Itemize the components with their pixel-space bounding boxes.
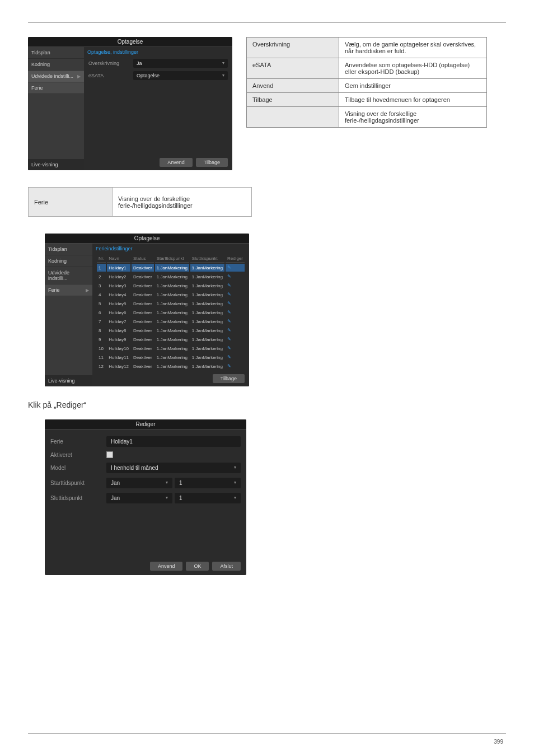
edit-icon[interactable]: ✎ — [227, 292, 233, 297]
chevron-down-icon: ▾ — [166, 495, 168, 501]
chevron-down-icon: ▾ — [166, 480, 168, 486]
table-row[interactable]: 8Holiday8Deaktiver1.JanMarkering1.JanMar… — [97, 326, 245, 334]
edit-icon[interactable]: ✎ — [227, 274, 233, 279]
table-row[interactable]: 2Holiday2Deaktiver1.JanMarkering1.JanMar… — [97, 273, 245, 281]
holiday-table: Nr. Navn Status Starttidspunkt Sluttidsp… — [96, 254, 246, 371]
select-start-day[interactable]: 1▾ — [175, 478, 241, 488]
chevron-right-icon: ▶ — [86, 288, 89, 293]
table-row[interactable]: 7Holiday7Deaktiver1.JanMarkering1.JanMar… — [97, 318, 245, 325]
table-row[interactable]: 5Holiday5Deaktiver1.JanMarkering1.JanMar… — [97, 300, 245, 307]
dialog-title: Rediger — [45, 419, 246, 430]
sidebar-item-udvidede[interactable]: Udvidede indstilli...▶ — [28, 71, 84, 82]
desc-value: Visning over de forskellige ferie-/helli… — [339, 107, 487, 128]
edit-icon[interactable]: ✎ — [227, 363, 233, 369]
edit-icon[interactable]: ✎ — [227, 337, 233, 342]
desc-value: Tilbage til hovedmenuen for optageren — [339, 93, 487, 107]
single-label: Ferie — [29, 188, 113, 217]
label-model: Model — [50, 465, 106, 471]
col-navn: Navn — [107, 255, 130, 263]
label-end: Sluttidspunkt — [50, 495, 106, 501]
live-visning-button[interactable]: Live-visning — [45, 375, 92, 386]
select-end-day[interactable]: 1▾ — [175, 493, 241, 503]
edit-icon[interactable]: ✎ — [227, 265, 233, 270]
select-start-month[interactable]: Jan▾ — [106, 478, 172, 488]
edit-icon[interactable]: ✎ — [227, 328, 233, 333]
chevron-down-icon: ▾ — [234, 495, 236, 501]
instruction-text: Klik på „Rediger“ — [28, 400, 506, 409]
tilbage-button[interactable]: Tilbage — [213, 374, 245, 383]
edit-icon[interactable]: ✎ — [227, 346, 233, 351]
select-end-month[interactable]: Jan▾ — [106, 493, 172, 503]
edit-icon[interactable]: ✎ — [227, 354, 233, 360]
label-esata: eSATA — [88, 73, 133, 78]
label-aktiveret: Aktiveret — [50, 452, 106, 458]
live-visning-button[interactable]: Live-visning — [28, 159, 84, 170]
description-table-1: OverskrivningVælg, om de gamle optagelse… — [246, 37, 487, 128]
anvend-button[interactable]: Anvend — [160, 158, 193, 167]
desc-value: Gem indstillinger — [339, 79, 487, 93]
input-ferie[interactable]: Holiday1 — [106, 436, 241, 447]
table-row[interactable]: 11Holiday11Deaktiver1.JanMarkering1.JanM… — [97, 353, 245, 361]
desc-value: Anvendelse som optagelses-HDD (optagelse… — [339, 58, 487, 79]
sidebar-item-tidsplan[interactable]: Tidsplan — [45, 244, 92, 255]
screenshot-optagelse-settings: Optagelse Tidsplan Kodning Udvidede inds… — [28, 37, 232, 170]
chevron-down-icon: ▾ — [234, 465, 236, 471]
main-pane: Ferieindstillinger Nr. Navn Status Start… — [92, 244, 249, 386]
label-overskrivning: Overskrivning — [88, 60, 133, 66]
main-pane: Optagelse, indstillinger Overskrivning J… — [84, 47, 232, 170]
tab-optagelse-indstillinger[interactable]: Optagelse, indstillinger — [84, 47, 142, 57]
window-title: Optagelse — [45, 234, 249, 244]
sidebar-item-kodning[interactable]: Kodning — [28, 59, 84, 71]
sidebar-item-tidsplan[interactable]: Tidsplan — [28, 47, 84, 59]
table-row[interactable]: 12Holiday12Deaktiver1.JanMarkering1.JanM… — [97, 362, 245, 370]
col-status: Status — [132, 255, 154, 263]
table-row[interactable]: 4Holiday4Deaktiver1.JanMarkering1.JanMar… — [97, 291, 245, 298]
tab-ferieindstillinger[interactable]: Ferieindstillinger — [92, 244, 136, 254]
edit-icon[interactable]: ✎ — [227, 319, 233, 324]
table-row[interactable]: 1Holiday1Deaktiver1.JanMarkering1.JanMar… — [97, 264, 245, 272]
page-number: 399 — [494, 739, 503, 745]
select-model[interactable]: I henhold til måned▾ — [106, 463, 241, 473]
anvend-button[interactable]: Anvend — [150, 562, 183, 571]
chevron-down-icon: ▾ — [222, 60, 224, 66]
desc-label: Tilbage — [247, 93, 339, 107]
table-row[interactable]: 10Holiday10Deaktiver1.JanMarkering1.JanM… — [97, 344, 245, 352]
rediger-dialog: Rediger FerieHoliday1 Aktiveret ModelI h… — [45, 419, 246, 575]
single-value: Visning over de forskellige ferie-/helli… — [113, 188, 252, 217]
desc-label: Overskrivning — [247, 38, 339, 58]
checkbox-aktiveret[interactable] — [106, 451, 113, 458]
edit-icon[interactable]: ✎ — [227, 301, 233, 306]
tilbage-button[interactable]: Tilbage — [196, 158, 228, 167]
label-start: Starttidspunkt — [50, 480, 106, 486]
ferie-single-table: FerieVisning over de forskellige ferie-/… — [28, 187, 252, 217]
col-slut: Sluttidspunkt — [190, 255, 224, 263]
sidebar: Tidsplan Kodning Udvidede indstilli...▶ … — [28, 47, 84, 170]
sidebar-item-ferie[interactable]: Ferie — [28, 82, 84, 94]
select-overskrivning[interactable]: Ja▾ — [133, 59, 228, 68]
chevron-down-icon: ▾ — [234, 480, 236, 486]
edit-icon[interactable]: ✎ — [227, 310, 233, 315]
label-ferie: Ferie — [50, 438, 106, 445]
desc-label: Anvend — [247, 79, 339, 93]
edit-icon[interactable]: ✎ — [227, 283, 233, 288]
screenshot-ferie-list: Optagelse Tidsplan Kodning Udvidede inds… — [45, 234, 249, 386]
afslut-button[interactable]: Afslut — [212, 562, 241, 571]
sidebar-item-kodning[interactable]: Kodning — [45, 255, 92, 267]
col-nr: Nr. — [97, 255, 106, 263]
chevron-right-icon: ▶ — [77, 74, 81, 79]
col-start: Starttidspunkt — [155, 255, 189, 263]
chevron-down-icon: ▾ — [222, 73, 224, 78]
sidebar-item-ferie[interactable]: Ferie▶ — [45, 284, 92, 296]
desc-label — [247, 107, 339, 128]
col-rediger: Rediger — [226, 255, 245, 263]
table-row[interactable]: 6Holiday6Deaktiver1.JanMarkering1.JanMar… — [97, 309, 245, 316]
desc-value: Vælg, om de gamle optagelser skal oversk… — [339, 38, 487, 58]
select-esata[interactable]: Optagelse▾ — [133, 71, 228, 80]
sidebar: Tidsplan Kodning Udvidede indstilli... F… — [45, 244, 92, 386]
table-row[interactable]: 3Holiday3Deaktiver1.JanMarkering1.JanMar… — [97, 282, 245, 290]
sidebar-item-udvidede[interactable]: Udvidede indstilli... — [45, 267, 92, 284]
window-title: Optagelse — [28, 37, 232, 47]
table-row[interactable]: 9Holiday9Deaktiver1.JanMarkering1.JanMar… — [97, 335, 245, 343]
desc-label: eSATA — [247, 58, 339, 79]
ok-button[interactable]: OK — [186, 562, 209, 571]
